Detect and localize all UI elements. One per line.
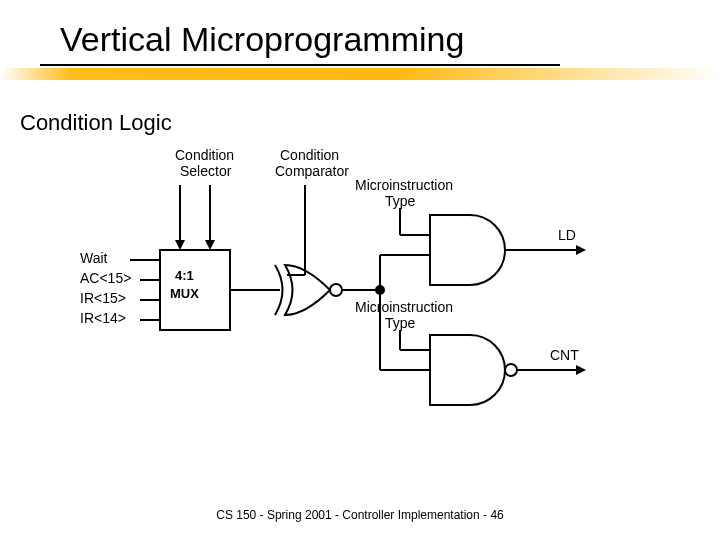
condition-comparator-label-2: Comparator <box>275 163 349 179</box>
mux-label-1: 4:1 <box>175 268 194 283</box>
input-ir15: IR<15> <box>80 290 126 306</box>
condition-selector-label-1: Condition <box>175 147 234 163</box>
arrow-selector-1 <box>175 240 185 250</box>
title-underline-bar <box>40 64 560 66</box>
section-subtitle: Condition Logic <box>20 110 172 136</box>
condition-selector-label-2: Selector <box>180 163 232 179</box>
ld-label: LD <box>558 227 576 243</box>
input-ac15: AC<15> <box>80 270 131 286</box>
microinstruction-top-2: Type <box>385 193 416 209</box>
mux-label-2: MUX <box>170 286 199 301</box>
input-wait: Wait <box>80 250 108 266</box>
condition-logic-diagram: 4:1 MUX Wait AC<15> IR<15> IR<14> Condit… <box>80 140 640 440</box>
input-ir14: IR<14> <box>80 310 126 326</box>
title-underline <box>0 68 720 80</box>
condition-comparator-label-1: Condition <box>280 147 339 163</box>
and-gate-ld <box>430 215 505 285</box>
page-title: Vertical Microprogramming <box>60 20 464 59</box>
arrow-cnt <box>576 365 586 375</box>
nand-bubble <box>505 364 517 376</box>
arrow-ld <box>576 245 586 255</box>
page-footer: CS 150 - Spring 2001 - Controller Implem… <box>0 508 720 522</box>
nand-gate-cnt <box>430 335 505 405</box>
arrow-selector-2 <box>205 240 215 250</box>
microinstruction-bot-1: Microinstruction <box>355 299 453 315</box>
microinstruction-bot-2: Type <box>385 315 416 331</box>
microinstruction-top-1: Microinstruction <box>355 177 453 193</box>
cnt-label: CNT <box>550 347 579 363</box>
xnor-body <box>285 265 330 315</box>
xnor-bubble <box>330 284 342 296</box>
